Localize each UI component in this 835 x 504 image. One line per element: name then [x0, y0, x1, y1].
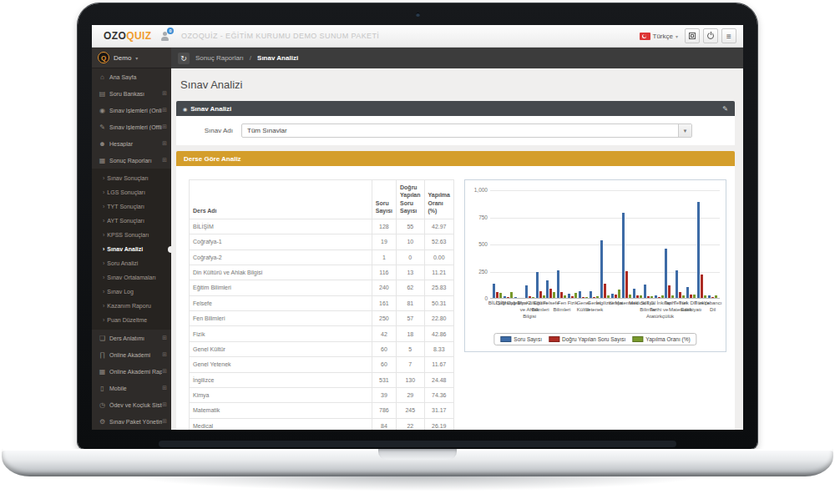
sidebar-item-ana-sayfa[interactable]: ⌂Ana Sayfa	[92, 68, 171, 85]
navbar-left: OZOQUIZ 0	[92, 30, 171, 42]
submenu-item-soru-analizi[interactable]: ›Soru Analizi	[92, 256, 171, 270]
sidebar-item-ders-anlat-m-[interactable]: ❏Ders Anlatımı⊞	[92, 330, 171, 346]
select-dropdown-button[interactable]: ▼	[678, 124, 691, 137]
sidebar-item-mobile[interactable]: ▯Mobile⊞	[92, 380, 171, 396]
chevron-right-icon: ›	[103, 289, 104, 295]
sidebar-item--dev-ve-ko-luk-sistemi[interactable]: ◷Ödev ve Koçluk Sistemi⊞	[92, 396, 171, 413]
sidebar-item-label: Mobile	[107, 386, 162, 391]
chart-bar	[636, 295, 639, 298]
table-cell: Felsefe	[190, 295, 372, 310]
submenu-item-lgs-sonu-lar-[interactable]: ›LGS Sonuçları	[92, 185, 171, 199]
chart-bar	[668, 285, 671, 298]
clock-icon: ◷	[98, 401, 107, 409]
legend-label: Soru Sayısı	[514, 336, 542, 342]
panel-edit-icon[interactable]: ✎	[722, 105, 728, 113]
legend-swatch-icon	[632, 336, 643, 342]
submenu-item-ayt-sonu-lar-[interactable]: ›AYT Sonuçları	[92, 214, 171, 228]
table-cell: Genel Yetenek	[190, 357, 372, 372]
database-icon: ▤	[98, 90, 107, 98]
chart-bar	[539, 291, 542, 298]
table-row: BİLİŞİM1285542.97	[190, 219, 454, 234]
menu-toggle-button[interactable]: ≡	[721, 28, 736, 43]
sidebar-item-soru-bankas-[interactable]: ▤Soru Bankası⊞	[92, 85, 171, 102]
submenu-item-s-nav-analizi[interactable]: ›Sınav Analizi	[92, 242, 171, 256]
sidebar-item-online-akademi-raporlar[interactable]: ▦Online Akademi Raporlar⊞	[92, 363, 171, 380]
chart-bar	[629, 295, 631, 298]
table-cell: Fen Bilimleri	[190, 311, 372, 326]
table-row: İngilizce53113024.48	[190, 372, 454, 387]
table-cell: 0	[397, 249, 425, 265]
submenu-item-s-nav-sonu-lar-[interactable]: ›Sınav Sonuçları	[92, 171, 171, 185]
table-header-row: Ders AdıSoru SayısıDoğru Yapılan Soru Sa…	[190, 180, 454, 219]
chart-bar	[532, 297, 534, 298]
logout-button[interactable]	[703, 28, 718, 43]
sidebar-item-s-nav-paket-y-netimi[interactable]: ⚙Sınav Paket Yönetimi⊞	[92, 413, 171, 430]
chart-bar	[514, 297, 517, 298]
submenu-item-kazan-m-raporu[interactable]: ›Kazanım Raporu	[92, 299, 171, 313]
sidebar-user-menu[interactable]: Q Demo ▾	[92, 48, 171, 68]
sidebar-item-hesaplar[interactable]: ☻Hesaplar⊞	[92, 135, 171, 152]
breadcrumb-section[interactable]: Sonuç Raporları	[195, 54, 244, 62]
sidebar-item-online-akademi[interactable]: ∏Online Akademi⊞	[92, 346, 171, 363]
sidebar-item-label: Sınav İşlemleri (Offline)	[107, 124, 162, 130]
submenu-item-s-nav-log[interactable]: ›Sınav Log	[92, 285, 171, 299]
sidebar-item-s-nav-i-lemleri-offline-[interactable]: ✎Sınav İşlemleri (Offline)⊞	[92, 118, 171, 135]
chart-bar-group: Fen Bilimleri	[556, 190, 567, 298]
submenu-item-kpss-sonu-lar-[interactable]: ›KPSS Sonuçları	[92, 228, 171, 242]
submenu-item-puan-d-zeltme[interactable]: ›Puan Düzeltme	[92, 313, 171, 327]
table-cell: 11.67	[424, 357, 453, 372]
table-row: Kimya392974.36	[190, 387, 454, 402]
filter-panel-body: Sınav Adı Tüm Sınavlar ▼	[176, 116, 735, 145]
table-cell: Genel Kültür	[190, 341, 372, 356]
sidebar-item-sonu-raporlar-[interactable]: ▦Sonuç Raporları⊞	[92, 152, 171, 169]
chart-bar	[708, 295, 711, 298]
chart-bar	[661, 295, 664, 298]
legend-item[interactable]: Doğru Yapılan Soru Sayısı	[549, 336, 625, 342]
submenu-item-tyt-sonu-lar-[interactable]: ›TYT Sonuçları	[92, 199, 171, 214]
x-tick-label: Yabancı Dil	[701, 300, 726, 314]
table-cell: Fizik	[190, 326, 372, 341]
exam-select[interactable]: Tüm Sınavlar ▼	[241, 123, 692, 138]
table-cell: 786	[372, 403, 396, 418]
language-selector[interactable]: Türkçe ▾	[640, 33, 678, 40]
chart-bar	[557, 270, 559, 298]
chevron-down-icon: ▾	[135, 55, 138, 61]
chart-bar-group: Fizik	[567, 190, 578, 298]
app-logo[interactable]: OZOQUIZ	[104, 30, 151, 42]
fullscreen-button[interactable]	[685, 28, 700, 43]
chart-bar	[693, 295, 696, 298]
y-tick-label: 250	[467, 269, 488, 275]
table-row: Genel Kültür6058.33	[190, 341, 454, 356]
table-cell: 10	[397, 234, 425, 249]
submenu-item-label: Puan Düzeltme	[107, 317, 147, 323]
legend-item[interactable]: Soru Sayısı	[500, 336, 542, 342]
chart-bar	[686, 287, 689, 298]
exam-select-label: Sınav Adı	[185, 127, 241, 134]
sidebar-item-label: Ödev ve Koçluk Sistemi	[107, 402, 162, 408]
chart-bar	[593, 297, 595, 298]
table-cell: 18	[397, 326, 425, 341]
refresh-button[interactable]: ↻	[178, 53, 190, 64]
chart-bar	[633, 289, 635, 298]
chart-bar	[625, 271, 628, 298]
sidebar-item-s-nav-i-lemleri-online-[interactable]: ◉Sınav İşlemleri (Online)⊞	[92, 102, 171, 118]
table-cell: 19	[372, 234, 396, 249]
chart-bar	[585, 297, 588, 298]
table-cell: 24.48	[424, 372, 453, 387]
course-analysis-chart: 02505007501,000 BİLİŞİMCoğrafya-1Coğrafy…	[464, 179, 726, 352]
sidebar-submenu: ›Sınav Sonuçları›LGS Sonuçları›TYT Sonuç…	[92, 169, 171, 330]
legend-item[interactable]: Yapılma Oranı (%)	[632, 336, 690, 342]
submenu-item-label: Kazanım Raporu	[107, 303, 151, 309]
top-navbar: OZOQUIZ 0 OZOQUİZ - EĞİTİM KURUMU DEMO S…	[92, 25, 743, 48]
chart-bar	[644, 285, 646, 298]
expand-plus-icon: ⊞	[162, 385, 167, 391]
chart-bar-group: Medical	[632, 190, 643, 298]
submenu-item-label: KPSS Sonuçları	[107, 232, 149, 238]
submenu-item-s-nav-ortalamalar-[interactable]: ›Sınav Ortalamaları	[92, 270, 171, 285]
chart-bar	[697, 202, 700, 298]
laptop-shadow	[0, 475, 835, 500]
chart-bar	[655, 295, 657, 298]
chevron-right-icon: ›	[103, 303, 104, 309]
breadcrumb: ↻ Sonuç Raporları / Sınav Analizi	[171, 48, 743, 68]
notification-user-icon[interactable]: 0	[159, 30, 170, 42]
